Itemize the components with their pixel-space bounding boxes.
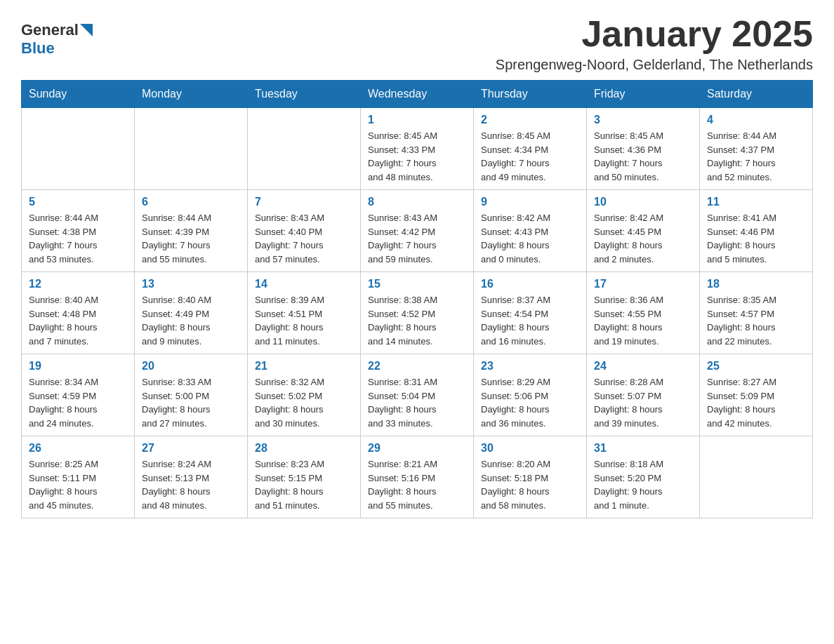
- day-number: 16: [481, 278, 579, 290]
- day-info: Sunrise: 8:35 AMSunset: 4:57 PMDaylight:…: [707, 293, 805, 348]
- day-info: Sunrise: 8:27 AMSunset: 5:09 PMDaylight:…: [707, 375, 805, 430]
- day-number: 13: [142, 278, 240, 290]
- day-number: 30: [481, 442, 579, 455]
- day-info: Sunrise: 8:44 AMSunset: 4:39 PMDaylight:…: [142, 211, 240, 266]
- day-info: Sunrise: 8:31 AMSunset: 5:04 PMDaylight:…: [368, 375, 466, 430]
- day-number: 15: [368, 278, 466, 290]
- day-number: 24: [594, 360, 692, 373]
- day-number: 19: [29, 360, 127, 373]
- table-row: 21Sunrise: 8:32 AMSunset: 5:02 PMDayligh…: [248, 354, 361, 436]
- header-row: SundayMondayTuesdayWednesdayThursdayFrid…: [22, 81, 813, 108]
- day-info: Sunrise: 8:34 AMSunset: 4:59 PMDaylight:…: [29, 375, 127, 430]
- day-info: Sunrise: 8:42 AMSunset: 4:45 PMDaylight:…: [594, 211, 692, 266]
- svg-marker-0: [80, 24, 93, 36]
- table-row: [135, 108, 248, 190]
- day-number: 28: [255, 442, 353, 455]
- table-row: 10Sunrise: 8:42 AMSunset: 4:45 PMDayligh…: [587, 190, 700, 272]
- table-row: [248, 108, 361, 190]
- day-info: Sunrise: 8:43 AMSunset: 4:40 PMDaylight:…: [255, 211, 353, 266]
- table-row: 1Sunrise: 8:45 AMSunset: 4:33 PMDaylight…: [361, 108, 474, 190]
- table-row: 12Sunrise: 8:40 AMSunset: 4:48 PMDayligh…: [22, 272, 135, 354]
- logo: General Blue: [21, 21, 93, 58]
- day-info: Sunrise: 8:40 AMSunset: 4:49 PMDaylight:…: [142, 293, 240, 348]
- table-row: 28Sunrise: 8:23 AMSunset: 5:15 PMDayligh…: [248, 436, 361, 518]
- day-info: Sunrise: 8:28 AMSunset: 5:07 PMDaylight:…: [594, 375, 692, 430]
- day-info: Sunrise: 8:20 AMSunset: 5:18 PMDaylight:…: [481, 457, 579, 512]
- day-info: Sunrise: 8:33 AMSunset: 5:00 PMDaylight:…: [142, 375, 240, 430]
- day-number: 5: [29, 196, 127, 208]
- day-info: Sunrise: 8:36 AMSunset: 4:55 PMDaylight:…: [594, 293, 692, 348]
- week-row-2: 5Sunrise: 8:44 AMSunset: 4:38 PMDaylight…: [22, 190, 813, 272]
- day-info: Sunrise: 8:37 AMSunset: 4:54 PMDaylight:…: [481, 293, 579, 348]
- day-number: 9: [481, 196, 579, 208]
- table-row: 13Sunrise: 8:40 AMSunset: 4:49 PMDayligh…: [135, 272, 248, 354]
- day-number: 31: [594, 442, 692, 455]
- header-thursday: Thursday: [474, 81, 587, 108]
- table-row: 18Sunrise: 8:35 AMSunset: 4:57 PMDayligh…: [700, 272, 813, 354]
- header-wednesday: Wednesday: [361, 81, 474, 108]
- day-number: 21: [255, 360, 353, 373]
- day-number: 20: [142, 360, 240, 373]
- day-number: 3: [594, 114, 692, 126]
- day-number: 26: [29, 442, 127, 455]
- page-header: General Blue January 2025 Sprengenweg-No…: [21, 14, 813, 73]
- calendar-header: SundayMondayTuesdayWednesdayThursdayFrid…: [22, 81, 813, 108]
- header-friday: Friday: [587, 81, 700, 108]
- table-row: 31Sunrise: 8:18 AMSunset: 5:20 PMDayligh…: [587, 436, 700, 518]
- day-number: 18: [707, 278, 805, 290]
- table-row: 7Sunrise: 8:43 AMSunset: 4:40 PMDaylight…: [248, 190, 361, 272]
- header-sunday: Sunday: [22, 81, 135, 108]
- day-number: 1: [368, 114, 466, 126]
- table-row: 27Sunrise: 8:24 AMSunset: 5:13 PMDayligh…: [135, 436, 248, 518]
- day-number: 4: [707, 114, 805, 126]
- table-row: 25Sunrise: 8:27 AMSunset: 5:09 PMDayligh…: [700, 354, 813, 436]
- title-section: January 2025 Sprengenweg-Noord, Gelderla…: [496, 14, 813, 73]
- day-number: 11: [707, 196, 805, 208]
- day-number: 27: [142, 442, 240, 455]
- day-number: 17: [594, 278, 692, 290]
- day-info: Sunrise: 8:23 AMSunset: 5:15 PMDaylight:…: [255, 457, 353, 512]
- table-row: 22Sunrise: 8:31 AMSunset: 5:04 PMDayligh…: [361, 354, 474, 436]
- table-row: 24Sunrise: 8:28 AMSunset: 5:07 PMDayligh…: [587, 354, 700, 436]
- header-monday: Monday: [135, 81, 248, 108]
- calendar-table: SundayMondayTuesdayWednesdayThursdayFrid…: [21, 80, 813, 518]
- table-row: 19Sunrise: 8:34 AMSunset: 4:59 PMDayligh…: [22, 354, 135, 436]
- day-number: 10: [594, 196, 692, 208]
- table-row: 23Sunrise: 8:29 AMSunset: 5:06 PMDayligh…: [474, 354, 587, 436]
- day-info: Sunrise: 8:40 AMSunset: 4:48 PMDaylight:…: [29, 293, 127, 348]
- day-info: Sunrise: 8:29 AMSunset: 5:06 PMDaylight:…: [481, 375, 579, 430]
- day-info: Sunrise: 8:39 AMSunset: 4:51 PMDaylight:…: [255, 293, 353, 348]
- day-info: Sunrise: 8:32 AMSunset: 5:02 PMDaylight:…: [255, 375, 353, 430]
- week-row-1: 1Sunrise: 8:45 AMSunset: 4:33 PMDaylight…: [22, 108, 813, 190]
- day-info: Sunrise: 8:24 AMSunset: 5:13 PMDaylight:…: [142, 457, 240, 512]
- day-number: 8: [368, 196, 466, 208]
- day-info: Sunrise: 8:45 AMSunset: 4:33 PMDaylight:…: [368, 129, 466, 184]
- table-row: 4Sunrise: 8:44 AMSunset: 4:37 PMDaylight…: [700, 108, 813, 190]
- day-number: 12: [29, 278, 127, 290]
- table-row: 29Sunrise: 8:21 AMSunset: 5:16 PMDayligh…: [361, 436, 474, 518]
- day-info: Sunrise: 8:44 AMSunset: 4:38 PMDaylight:…: [29, 211, 127, 266]
- day-info: Sunrise: 8:38 AMSunset: 4:52 PMDaylight:…: [368, 293, 466, 348]
- day-number: 14: [255, 278, 353, 290]
- table-row: 26Sunrise: 8:25 AMSunset: 5:11 PMDayligh…: [22, 436, 135, 518]
- calendar-body: 1Sunrise: 8:45 AMSunset: 4:33 PMDaylight…: [22, 108, 813, 518]
- week-row-4: 19Sunrise: 8:34 AMSunset: 4:59 PMDayligh…: [22, 354, 813, 436]
- day-info: Sunrise: 8:18 AMSunset: 5:20 PMDaylight:…: [594, 457, 692, 512]
- page-title: January 2025: [496, 14, 813, 54]
- week-row-3: 12Sunrise: 8:40 AMSunset: 4:48 PMDayligh…: [22, 272, 813, 354]
- table-row: 20Sunrise: 8:33 AMSunset: 5:00 PMDayligh…: [135, 354, 248, 436]
- day-info: Sunrise: 8:21 AMSunset: 5:16 PMDaylight:…: [368, 457, 466, 512]
- table-row: 8Sunrise: 8:43 AMSunset: 4:42 PMDaylight…: [361, 190, 474, 272]
- table-row: 5Sunrise: 8:44 AMSunset: 4:38 PMDaylight…: [22, 190, 135, 272]
- logo-arrow-icon: [80, 24, 93, 36]
- day-number: 22: [368, 360, 466, 373]
- table-row: 3Sunrise: 8:45 AMSunset: 4:36 PMDaylight…: [587, 108, 700, 190]
- week-row-5: 26Sunrise: 8:25 AMSunset: 5:11 PMDayligh…: [22, 436, 813, 518]
- day-info: Sunrise: 8:45 AMSunset: 4:34 PMDaylight:…: [481, 129, 579, 184]
- day-info: Sunrise: 8:44 AMSunset: 4:37 PMDaylight:…: [707, 129, 805, 184]
- table-row: [700, 436, 813, 518]
- table-row: 30Sunrise: 8:20 AMSunset: 5:18 PMDayligh…: [474, 436, 587, 518]
- table-row: 16Sunrise: 8:37 AMSunset: 4:54 PMDayligh…: [474, 272, 587, 354]
- day-number: 23: [481, 360, 579, 373]
- table-row: 15Sunrise: 8:38 AMSunset: 4:52 PMDayligh…: [361, 272, 474, 354]
